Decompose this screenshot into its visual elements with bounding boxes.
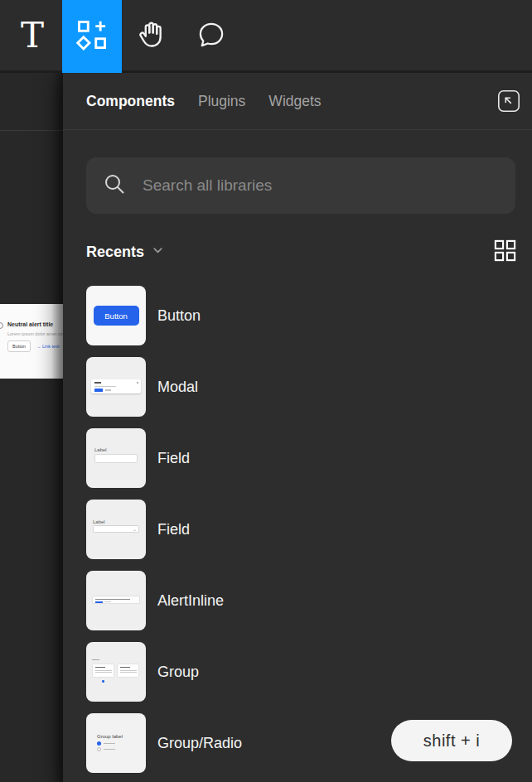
component-item-field-select[interactable]: Label ⌄ Field <box>86 500 532 559</box>
panel-tabs: Components Plugins Widgets <box>86 93 322 110</box>
component-thumbnail-field-select: Label ⌄ <box>86 500 146 559</box>
component-item-field[interactable]: Label Field <box>86 428 532 488</box>
grid-view-icon <box>493 239 517 265</box>
comment-tool-button[interactable] <box>181 0 241 73</box>
thumb-field-label: Label <box>94 447 107 452</box>
thumb-radio-option <box>97 747 115 751</box>
component-label: Field <box>157 521 190 538</box>
thumb-card-preview <box>92 664 114 678</box>
section-title: Recents <box>86 244 144 261</box>
thumb-select-chevron-icon: ⌄ <box>133 527 137 532</box>
thumb-select-input: ⌄ <box>93 525 139 533</box>
component-label: Modal <box>157 379 198 396</box>
figma-app-window: T <box>0 0 532 782</box>
panel-header: Components Plugins Widgets <box>63 73 532 130</box>
section-header: Recents <box>86 239 517 265</box>
chevron-down-icon <box>152 244 164 260</box>
component-thumbnail-button: Button <box>86 286 146 345</box>
radio-off-icon <box>97 747 101 751</box>
component-item-alertinline[interactable]: AlertInline <box>86 571 532 630</box>
component-list: Button Button Modal Label Field <box>86 286 532 782</box>
tab-plugins[interactable]: Plugins <box>198 93 245 110</box>
alert-info-icon <box>0 322 3 329</box>
component-label: Group/Radio <box>157 735 242 752</box>
text-tool-icon: T <box>21 18 44 53</box>
thumb-field-label: Label <box>93 519 105 524</box>
thumb-alert-preview <box>92 596 140 604</box>
thumb-radio-group-label: Group label <box>97 734 123 739</box>
radio-on-icon <box>97 741 101 746</box>
thumb-radio-option-selected <box>97 741 115 746</box>
thumb-card-preview <box>117 664 139 678</box>
hand-tool-button[interactable] <box>122 0 181 73</box>
hand-icon <box>134 17 169 56</box>
panel-shadow <box>51 73 63 782</box>
thumb-button-preview: Button <box>94 306 139 326</box>
search-icon <box>103 172 126 199</box>
component-label: Field <box>157 450 190 467</box>
tab-components[interactable]: Components <box>86 93 175 110</box>
assets-tool-button[interactable] <box>62 0 122 73</box>
component-thumbnail-group <box>86 642 146 702</box>
component-label: Button <box>157 307 201 325</box>
search-input[interactable] <box>143 176 499 195</box>
thumb-modal-preview <box>91 379 141 393</box>
popout-panel-button[interactable] <box>495 88 523 116</box>
recents-dropdown[interactable]: Recents <box>86 244 164 261</box>
tab-widgets[interactable]: Widgets <box>268 93 321 110</box>
component-thumbnail-group-radio: Group label <box>86 713 146 773</box>
assets-panel: Components Plugins Widgets <box>63 73 532 782</box>
text-tool-button[interactable]: T <box>2 0 62 73</box>
toolbar: T <box>0 0 532 73</box>
component-thumbnail-alertinline <box>86 571 146 630</box>
canvas[interactable]: Neutral alert title Lorem ipsum dolor am… <box>0 73 63 782</box>
search-field[interactable] <box>86 157 515 214</box>
grid-view-button[interactable] <box>493 239 517 265</box>
shortcut-hint-pill: shift + i <box>391 720 512 761</box>
component-item-group[interactable]: Group <box>86 642 532 702</box>
popout-icon <box>496 89 521 116</box>
assets-icon <box>74 17 110 56</box>
component-item-button[interactable]: Button Button <box>86 286 532 345</box>
component-label: AlertInline <box>157 592 224 610</box>
component-item-modal[interactable]: Modal <box>86 357 532 417</box>
component-label: Group <box>157 664 199 681</box>
alert-button[interactable]: Button <box>7 340 31 352</box>
thumb-dot <box>102 680 104 683</box>
component-thumbnail-field: Label <box>86 428 146 488</box>
comment-bubble-icon <box>195 18 228 55</box>
alert-title: Neutral alert title <box>7 321 53 327</box>
component-thumbnail-modal <box>86 357 146 417</box>
thumb-field-input <box>94 454 138 463</box>
